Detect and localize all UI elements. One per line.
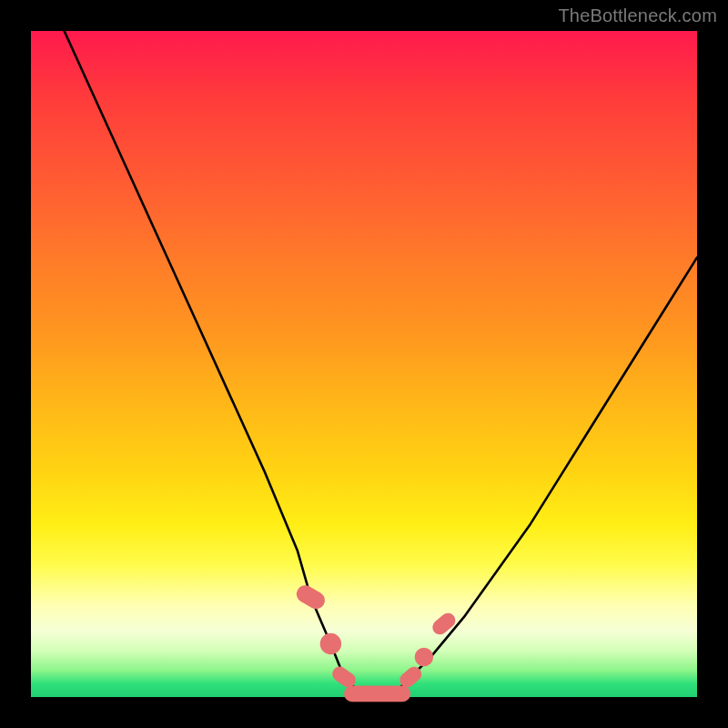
- chart-frame: TheBottleneck.com: [0, 0, 728, 728]
- marker-right-dot: [415, 648, 434, 667]
- chart-svg: [31, 31, 697, 697]
- marker-left-dot: [320, 633, 341, 654]
- watermark-text: TheBottleneck.com: [558, 5, 717, 26]
- bottleneck-curve: [65, 31, 697, 697]
- markers-group: [293, 582, 458, 702]
- marker-bottom-bar: [344, 686, 410, 703]
- marker-right-upper: [430, 610, 459, 637]
- marker-left-upper: [293, 582, 328, 612]
- plot-area: [31, 31, 697, 697]
